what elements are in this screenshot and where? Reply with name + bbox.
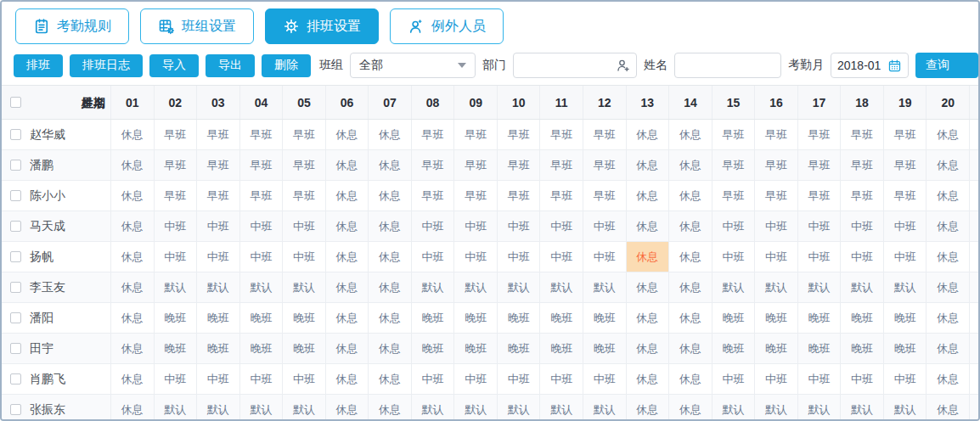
row-checkbox[interactable] <box>10 312 21 323</box>
shift-cell[interactable]: 中班 <box>239 364 283 394</box>
shift-cell[interactable]: 早班 <box>239 120 283 149</box>
shift-cell[interactable]: 休息 <box>626 242 669 272</box>
shift-cell[interactable]: 晚班 <box>282 303 325 333</box>
shift-cell[interactable]: 中班 <box>453 242 497 272</box>
shift-cell[interactable]: 早班 <box>883 150 926 180</box>
shift-cell[interactable]: 休息 <box>325 303 369 333</box>
person-add-icon[interactable] <box>616 58 631 73</box>
shift-cell[interactable]: 中班 <box>883 364 926 394</box>
row-checkbox[interactable] <box>10 404 21 415</box>
month-picker[interactable]: 2018-01 <box>831 53 909 78</box>
shift-cell[interactable]: 休息 <box>325 211 369 241</box>
shift-cell[interactable]: 中班 <box>797 364 841 394</box>
shift-cell[interactable]: 默认 <box>411 272 454 302</box>
shift-cell[interactable]: 休息 <box>368 272 411 302</box>
shift-cell[interactable]: 中班 <box>497 364 540 394</box>
shift-cell[interactable]: 中班 <box>840 211 883 241</box>
shift-cell[interactable]: 早班 <box>883 120 926 149</box>
export-button[interactable]: 导出 <box>206 54 255 77</box>
shift-cell[interactable]: 晚班 <box>883 334 926 363</box>
shift-cell[interactable]: 休息 <box>926 242 969 272</box>
shift-cell[interactable]: 休息 <box>668 395 712 421</box>
shift-cell[interactable]: 晚班 <box>583 334 626 363</box>
shift-cell[interactable]: 中班 <box>453 211 497 241</box>
shift-cell[interactable]: 休息 <box>110 334 154 363</box>
shift-cell[interactable]: 早班 <box>539 181 583 210</box>
shift-cell[interactable]: 晚班 <box>583 303 626 333</box>
shift-cell[interactable]: 中班 <box>883 211 926 241</box>
shift-cell[interactable]: 休息 <box>668 120 712 149</box>
shift-cell[interactable]: 早班 <box>539 150 583 180</box>
select-all-checkbox[interactable] <box>10 97 21 108</box>
shift-cell[interactable]: 晚班 <box>239 303 283 333</box>
shift-cell[interactable]: 默认 <box>196 272 239 302</box>
shift-cell[interactable]: 休息 <box>926 120 969 149</box>
shift-cell[interactable]: 早班 <box>453 181 497 210</box>
shift-cell[interactable]: 休息 <box>110 242 154 272</box>
shift-cell[interactable]: 晚班 <box>712 334 755 363</box>
shift-cell[interactable]: 晚班 <box>411 303 454 333</box>
shift-cell[interactable]: 休息 <box>325 181 369 210</box>
shift-cell[interactable]: 默认 <box>539 272 583 302</box>
shift-cell[interactable]: 早班 <box>411 120 454 149</box>
shift-cell[interactable]: 晚班 <box>754 334 797 363</box>
shift-cell[interactable]: 休息 <box>110 395 154 421</box>
shift-cell[interactable]: 休息 <box>110 120 154 149</box>
shift-cell[interactable]: 中班 <box>539 364 583 394</box>
shift-cell[interactable]: 晚班 <box>883 303 926 333</box>
shift-cell[interactable]: 早班 <box>754 150 797 180</box>
shift-cell[interactable]: 休息 <box>368 334 411 363</box>
shift-cell[interactable]: 晚班 <box>282 334 325 363</box>
shift-cell[interactable]: 休息 <box>368 364 411 394</box>
shift-cell[interactable]: 中班 <box>196 364 239 394</box>
row-checkbox[interactable] <box>10 190 21 201</box>
shift-cell[interactable]: 休息 <box>626 303 669 333</box>
shift-cell[interactable]: 中班 <box>712 242 755 272</box>
shift-cell[interactable]: 默认 <box>497 395 540 421</box>
shift-cell[interactable]: 休息 <box>626 120 669 149</box>
shift-cell[interactable]: 中班 <box>497 211 540 241</box>
shift-cell[interactable]: 休息 <box>926 211 969 241</box>
shift-cell[interactable]: 晚班 <box>154 303 197 333</box>
shift-cell[interactable]: 中班 <box>583 211 626 241</box>
shift-cell[interactable]: 休息 <box>368 150 411 180</box>
shift-cell[interactable]: 中班 <box>411 242 454 272</box>
shift-cell[interactable]: 默认 <box>154 272 197 302</box>
shift-cell[interactable]: 中班 <box>282 211 325 241</box>
shift-cell[interactable]: 中班 <box>797 242 841 272</box>
shift-cell[interactable]: 晚班 <box>797 303 841 333</box>
shift-cell[interactable]: 晚班 <box>840 303 883 333</box>
shift-cell[interactable]: 休息 <box>668 181 712 210</box>
shift-cell[interactable]: 早班 <box>797 120 841 149</box>
shift-cell[interactable]: 中班 <box>754 211 797 241</box>
shift-cell[interactable]: 中班 <box>583 364 626 394</box>
row-checkbox[interactable] <box>10 282 21 293</box>
shift-cell[interactable]: 早班 <box>154 120 197 149</box>
shift-cell[interactable]: 中班 <box>539 211 583 241</box>
shift-cell[interactable]: 中班 <box>411 364 454 394</box>
shift-cell[interactable]: 早班 <box>583 120 626 149</box>
tab-attendance-rules[interactable]: 考勤规则 <box>15 8 129 44</box>
shift-cell[interactable]: 休息 <box>626 150 669 180</box>
name-input[interactable] <box>674 53 781 78</box>
shift-cell[interactable]: 早班 <box>282 181 325 210</box>
shift-cell[interactable]: 休息 <box>368 242 411 272</box>
shift-cell[interactable]: 早班 <box>583 150 626 180</box>
shift-cell[interactable]: 休息 <box>325 150 369 180</box>
shift-cell[interactable]: 晚班 <box>196 303 239 333</box>
shift-cell[interactable]: 早班 <box>883 181 926 210</box>
shift-cell[interactable]: 默认 <box>196 395 239 421</box>
shift-cell[interactable]: 休息 <box>368 211 411 241</box>
shift-cell[interactable]: 默认 <box>797 272 841 302</box>
shift-cell[interactable]: 默认 <box>712 272 755 302</box>
shift-cell[interactable]: 早班 <box>840 181 883 210</box>
shift-cell[interactable]: 晚班 <box>539 303 583 333</box>
shift-cell[interactable]: 中班 <box>239 211 283 241</box>
shift-cell[interactable]: 默认 <box>754 395 797 421</box>
shift-cell[interactable]: 晚班 <box>797 334 841 363</box>
shift-cell[interactable]: 休息 <box>626 395 669 421</box>
shift-cell[interactable]: 休息 <box>110 181 154 210</box>
shift-cell[interactable]: 晚班 <box>154 334 197 363</box>
shift-cell[interactable]: 中班 <box>754 242 797 272</box>
shift-cell[interactable]: 休息 <box>626 334 669 363</box>
